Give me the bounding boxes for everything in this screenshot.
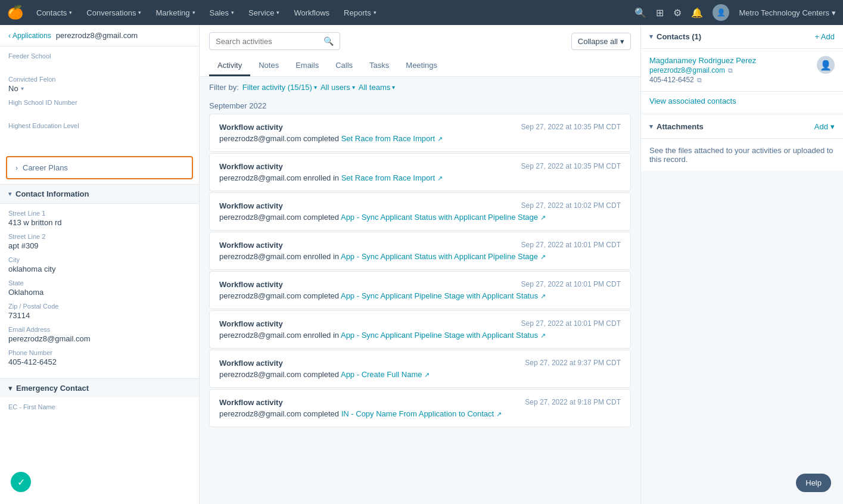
activity-description: perezrodz8@gmail.com completed App - Cre… [219,370,621,379]
add-attachment-button[interactable]: Add ▾ [814,122,835,131]
search-icon: 🔍 [323,36,334,46]
activity-card: Workflow activity Sep 27, 2022 at 9:18 P… [209,389,631,427]
ec-first-name-field: EC - First Name [0,397,199,414]
chevron-down-icon: ▾ [231,10,234,15]
activity-description: perezrodz8@gmail.com completed Set Race … [219,134,621,143]
chevron-down-icon: ▾ [69,10,72,15]
activity-description: perezrodz8@gmail.com completed IN - Copy… [219,409,621,418]
activity-link[interactable]: Set Race from Race Import [341,134,436,143]
street-line-1-field: Street Line 1 413 w britton rd [8,210,191,227]
activity-type: Workflow activity [219,398,283,407]
org-name[interactable]: Metro Technology Centers ▾ [739,8,836,17]
avatar[interactable]: 👤 [713,4,729,21]
activity-card: Workflow activity Sep 27, 2022 at 10:01 … [209,310,631,349]
search-input[interactable] [216,37,320,46]
collapse-all-button[interactable]: Collapse all ▾ [571,33,631,50]
career-plans-section[interactable]: › Career Plans [6,156,193,179]
copy-icon[interactable]: ⧉ [728,67,733,74]
nav-reports[interactable]: Reports ▾ [338,0,382,25]
back-to-applications[interactable]: ‹ Applications [8,32,51,40]
zip-field: Zip / Postal Code 73114 [8,303,191,320]
filter-activity-button[interactable]: Filter activity (15/15) ▾ [242,83,317,92]
activity-link[interactable]: App - Sync Applicant Status with Applica… [341,252,538,261]
chevron-down-icon: ▾ [352,84,355,91]
activity-type: Workflow activity [219,123,283,132]
nav-service[interactable]: Service ▾ [242,0,285,25]
city-field: City oklahoma city [8,256,191,273]
activity-card-header: Workflow activity Sep 27, 2022 at 10:35 … [219,162,621,171]
chevron-down-icon: ▾ [620,37,624,46]
tab-meetings[interactable]: Meetings [397,56,446,76]
filter-teams-button[interactable]: All teams ▾ [359,83,395,92]
chevron-down-icon: ▾ [374,10,377,15]
contact-card: Magdanamey Rodriguez Perez perezrodz8@gm… [641,49,843,92]
hubspot-logo[interactable]: 🍊 [7,5,23,20]
external-link-icon: ↗ [424,371,430,378]
activity-card: Workflow activity Sep 27, 2022 at 10:35 … [209,114,631,152]
emergency-contact-header[interactable]: ▾ Emergency Contact [0,378,199,397]
activity-link[interactable]: App - Sync Applicant Status with Applica… [341,213,538,222]
confirm-button[interactable]: ✓ [11,472,31,492]
feeder-school-field: Feeder School [8,52,191,70]
external-link-icon: ↗ [540,293,546,300]
main-content: 🔍 Collapse all ▾ Activity Notes Emails C… [200,25,640,504]
activity-link[interactable]: IN - Copy Name From Application to Conta… [341,409,494,418]
nav-workflows[interactable]: Workflows [288,0,335,25]
chevron-left-icon: ‹ [8,32,11,40]
activity-time: Sep 27, 2022 at 10:01 PM CDT [521,319,621,328]
activity-card-header: Workflow activity Sep 27, 2022 at 9:37 P… [219,359,621,368]
activity-description: perezrodz8@gmail.com enrolled in App - S… [219,331,621,340]
chevron-down-icon: ▾ [21,85,24,92]
view-associated-link[interactable]: View associated contacts [649,97,736,105]
chevron-down-icon: ▾ [8,190,12,198]
contact-info-header[interactable]: ▾ Contact Information [0,184,199,204]
activity-card: Workflow activity Sep 27, 2022 at 9:37 P… [209,350,631,388]
activity-time: Sep 27, 2022 at 10:35 PM CDT [521,162,621,170]
search-icon[interactable]: 🔍 [634,7,646,18]
tab-tasks[interactable]: Tasks [361,56,397,76]
chevron-down-icon: ▾ [8,384,13,393]
external-link-icon: ↗ [540,332,546,339]
activity-card-header: Workflow activity Sep 27, 2022 at 10:01 … [219,280,621,289]
activity-card-header: Workflow activity Sep 27, 2022 at 10:01 … [219,241,621,250]
settings-icon[interactable]: ⚙ [673,7,682,18]
tab-calls[interactable]: Calls [327,56,361,76]
add-contact-button[interactable]: + Add [814,32,835,41]
activity-link[interactable]: Set Race from Race Import [341,173,436,182]
chevron-down-icon: ▾ [276,10,279,15]
chevron-down-icon: ▾ [649,33,653,41]
nav-marketing[interactable]: Marketing ▾ [150,0,201,25]
activity-link[interactable]: App - Sync Applicant Pipeline Stage with… [341,331,538,340]
external-link-icon: ↗ [540,214,546,221]
activity-description: perezrodz8@gmail.com enrolled in Set Rac… [219,173,621,182]
activity-type: Workflow activity [219,280,283,289]
help-button[interactable]: Help [796,474,831,492]
activity-link[interactable]: App - Sync Applicant Pipeline Stage with… [341,291,538,300]
copy-icon[interactable]: ⧉ [697,76,702,84]
left-sidebar: ‹ Applications perezrodz8@gmail.com Feed… [0,25,200,504]
tab-notes[interactable]: Notes [250,56,287,76]
tab-activity[interactable]: Activity [209,56,250,76]
nav-contacts[interactable]: Contacts ▾ [30,0,78,25]
activity-card-header: Workflow activity Sep 27, 2022 at 10:01 … [219,319,621,328]
apps-icon[interactable]: ⊞ [656,7,664,18]
chevron-down-icon: ▾ [832,8,836,17]
external-link-icon: ↗ [496,410,502,418]
nav-conversations[interactable]: Conversations ▾ [80,0,147,25]
activity-description: perezrodz8@gmail.com completed App - Syn… [219,213,621,222]
notifications-icon[interactable]: 🔔 [691,7,703,18]
activity-card-header: Workflow activity Sep 27, 2022 at 10:35 … [219,123,621,132]
sidebar-fields: Feeder School Convicted Felon No ▾ High … [0,46,199,151]
contacts-section-header[interactable]: ▾ Contacts (1) + Add [641,25,843,49]
nav-sales[interactable]: Sales ▾ [204,0,241,25]
activity-link[interactable]: App - Create Full Name [341,370,422,379]
contact-name[interactable]: Magdanamey Rodriguez Perez [649,56,756,65]
chevron-right-icon: › [15,164,18,172]
email-address-field: Email Address perezrodz8@gmail.com [8,326,191,343]
contact-avatar: 👤 [817,56,835,74]
filter-users-button[interactable]: All users ▾ [321,83,355,92]
tab-emails[interactable]: Emails [287,56,327,76]
activity-card: Workflow activity Sep 27, 2022 at 10:01 … [209,271,631,309]
state-field: State Oklahoma [8,279,191,297]
search-box[interactable]: 🔍 [209,32,340,50]
